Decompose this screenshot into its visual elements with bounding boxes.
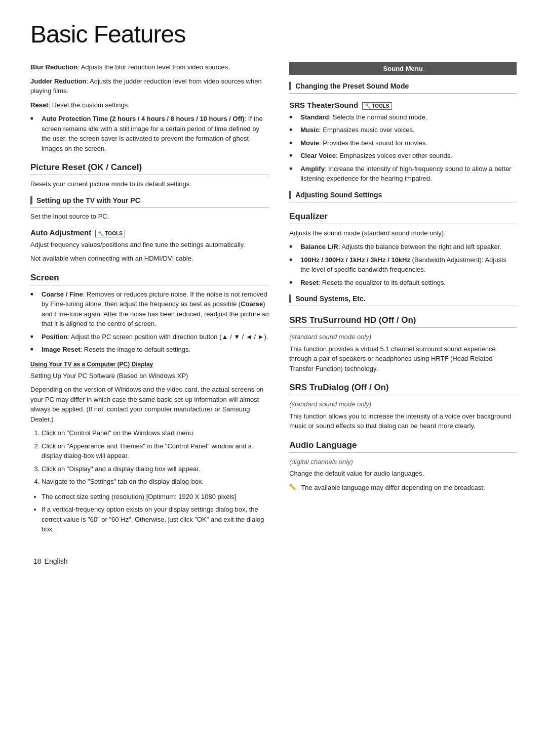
srs-trudialog-text: This function allows you to increase the… [289, 411, 517, 431]
judder-reduction-text: Judder Reduction: Adjusts the judder red… [30, 76, 269, 96]
audio-language-heading: Audio Language [289, 440, 517, 453]
wrench-icon: 🔧 [98, 231, 104, 236]
audio-language-note2-line: ✏️ The available language may differ dep… [289, 483, 517, 493]
blur-reduction-text: Blur Reduction: Adjusts the blur reducti… [30, 62, 269, 72]
srs-trudialog-note: (standard sound mode only) [289, 399, 517, 409]
page-number-section: 18English [30, 555, 517, 566]
note-pencil-icon: ✏️ [289, 483, 297, 492]
step-2: Click on "Appearance and Themes" in the … [42, 441, 269, 461]
sound-systems-bar: Sound Systems, Etc. [289, 295, 365, 303]
adjusting-sound-bar: Adjusting Sound Settings [289, 191, 382, 199]
adjusting-sound-heading: Adjusting Sound Settings [289, 191, 517, 202]
audio-language-text: Change the default value for audio langu… [289, 469, 517, 479]
screen-item-position: Position: Adjust the PC screen position … [30, 332, 269, 342]
changing-preset-heading: Changing the Preset Sound Mode [289, 82, 517, 94]
equalizer-heading: Equalizer [289, 212, 517, 224]
auto-adjustment-text1: Adjust frequency values/positions and fi… [30, 240, 269, 250]
srs-standard: Standard: Selects the normal sound mode. [289, 112, 517, 122]
audio-language-note: (digital channels only) [289, 457, 517, 467]
step-3: Click on "Display" and a display dialog … [42, 464, 269, 474]
step-1: Click on "Control Panel" on the Windows … [42, 428, 269, 438]
srs-trusurround-text: This function provides a virtual 5.1 cha… [289, 344, 517, 374]
wrench-icon-srs: 🔧 [365, 103, 371, 109]
tools-badge-auto: 🔧 TOOLS [95, 230, 125, 237]
auto-protection-item: Auto Protection Time (2 hours / 4 hours … [30, 114, 269, 153]
srs-theater-list: Standard: Selects the normal sound mode.… [289, 112, 517, 184]
audio-language-note2: The available language may differ depend… [301, 483, 485, 493]
page-title: Basic Features [30, 20, 517, 48]
sound-systems-heading: Sound Systems, Etc. [289, 295, 517, 306]
page-label: English [45, 557, 68, 565]
left-column: Blur Reduction: Adjusts the blur reducti… [30, 62, 269, 539]
step-4: Navigate to the "Settings" tab on the di… [42, 477, 269, 487]
eq-balance: Balance L/R: Adjusts the balance between… [289, 242, 517, 252]
srs-clear-voice: Clear Voice: Emphasizes voices over othe… [289, 151, 517, 161]
eq-frequencies: 100Hz / 300Hz / 1kHz / 3kHz / 10kHz (Ban… [289, 255, 517, 275]
equalizer-list: Balance L/R: Adjusts the balance between… [289, 242, 517, 287]
setting-up-tv-bar: Setting up the TV with Your PC [30, 196, 140, 204]
right-column: Sound Menu Changing the Preset Sound Mod… [289, 62, 517, 539]
picture-reset-text: Resets your current picture mode to its … [30, 179, 269, 189]
srs-music: Music: Emphasizes music over voices. [289, 125, 517, 135]
bullet-resolution: The correct size setting (resolution) [O… [42, 492, 269, 502]
auto-adjustment-heading: Auto Adjustment 🔧 TOOLS [30, 228, 269, 237]
srs-theater-heading: SRS TheaterSound 🔧 TOOLS [289, 101, 517, 110]
eq-reset: Reset: Resets the equalizer to its defau… [289, 278, 517, 288]
sound-menu-bar: Sound Menu [289, 62, 517, 75]
srs-trudialog-heading: SRS TruDialog (Off / On) [289, 383, 517, 395]
using-tv-bullets: The correct size setting (resolution) [O… [42, 492, 269, 534]
srs-trusurround-heading: SRS TruSurround HD (Off / On) [289, 315, 517, 328]
using-tv-pc-text1: Setting Up Your PC Software (Based on Wi… [30, 371, 269, 381]
using-tv-pc-heading: Using Your TV as a Computer (PC) Display [30, 361, 269, 368]
srs-amplify: Amplify: Increase the intensity of high-… [289, 164, 517, 184]
reset-text: Reset: Reset the custom settings. [30, 100, 269, 110]
screen-item-image-reset: Image Reset: Resets the image to default… [30, 345, 269, 355]
srs-movie: Movie: Provides the best sound for movie… [289, 138, 517, 148]
picture-reset-heading: Picture Reset (OK / Cancel) [30, 162, 269, 175]
using-tv-steps: Click on "Control Panel" on the Windows … [42, 428, 269, 487]
bullet-frequency: If a vertical-frequency option exists on… [42, 505, 269, 534]
page-number: 18 [33, 557, 42, 565]
equalizer-text: Adjusts the sound mode (standard sound m… [289, 228, 517, 238]
using-tv-pc-text2: Depending on the version of Windows and … [30, 385, 269, 424]
tools-badge-srs: 🔧 TOOLS [362, 102, 392, 110]
screen-list: Coarse / Fine: Removes or reduces pictur… [30, 289, 269, 355]
screen-heading: Screen [30, 273, 269, 285]
setting-up-tv-text: Set the input source to PC. [30, 212, 269, 222]
auto-adjustment-text2: Not available when connecting with an HD… [30, 254, 269, 264]
setting-up-tv-heading: Setting up the TV with Your PC [30, 196, 269, 208]
srs-trusurround-note: (standard sound mode only) [289, 332, 517, 342]
changing-preset-bar: Changing the Preset Sound Mode [289, 82, 409, 90]
screen-item-coarse: Coarse / Fine: Removes or reduces pictur… [30, 289, 269, 329]
